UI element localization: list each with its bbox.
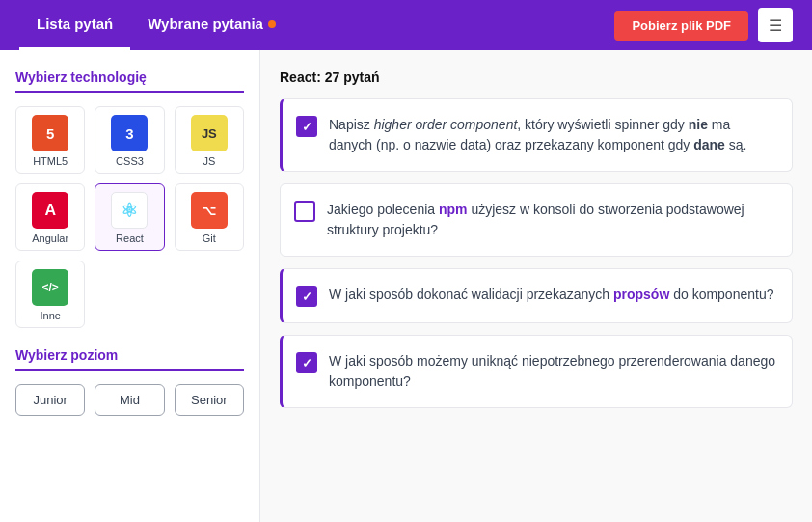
level-btn-mid[interactable]: Mid: [95, 384, 164, 416]
menu-icon: ☰: [769, 16, 782, 35]
tech-icon-box-js: JS: [191, 115, 228, 151]
sidebar: Wybierz technologię 5 HTML5 3 CSS3 JS JS…: [0, 50, 260, 522]
angular-icon: A: [44, 202, 56, 219]
question-text-2: Jakiego polecenia npm użyjesz w konsoli …: [327, 200, 776, 240]
checkbox-4[interactable]: [296, 352, 317, 373]
inne-icon: </>: [41, 281, 58, 294]
tech-label-react: React: [116, 233, 144, 244]
tech-card-angular[interactable]: A Angular: [15, 183, 85, 251]
level-grid: JuniorMidSenior: [15, 384, 244, 416]
tab-wybrane-pytania[interactable]: Wybrane pytania: [130, 0, 293, 50]
tab-dot-indicator: [268, 20, 276, 28]
checkbox-wrap-1: [296, 116, 317, 137]
tech-card-html5[interactable]: 5 HTML5: [15, 106, 85, 174]
tech-icon-box-inne: </>: [32, 269, 68, 306]
tech-icon-box-react: ⚛: [111, 192, 148, 229]
checkbox-3[interactable]: [296, 286, 317, 307]
question-card-1: Napisz higher order component, który wyś…: [280, 98, 793, 172]
css3-icon: 3: [125, 125, 133, 142]
top-navigation: Lista pytań Wybrane pytania Pobierz plik…: [0, 0, 812, 50]
questions-content: React: 27 pytań Napisz higher order comp…: [260, 50, 812, 522]
pdf-download-button[interactable]: Pobierz plik PDF: [614, 11, 748, 41]
checkbox-wrap-4: [296, 352, 317, 373]
tech-icon-box-css3: 3: [111, 115, 148, 151]
tech-section-title: Wybierz technologię: [15, 69, 244, 93]
question-card-3: W jaki sposób dokonać walidacji przekaza…: [280, 268, 793, 323]
level-btn-senior[interactable]: Senior: [175, 384, 244, 416]
react-count-header: React: 27 pytań: [280, 69, 793, 85]
tech-card-js[interactable]: JS JS: [175, 106, 244, 174]
level-section-title: Wybierz poziom: [15, 347, 244, 371]
tech-card-react[interactable]: ⚛ React: [95, 183, 164, 251]
tab-lista-label: Lista pytań: [37, 15, 113, 32]
tech-label-git: Git: [203, 233, 216, 244]
questions-list: Napisz higher order component, który wyś…: [280, 98, 793, 408]
react-tech-label: React:: [280, 69, 321, 85]
tech-label-js: JS: [203, 155, 215, 167]
tech-icon-box-html5: 5: [32, 115, 68, 151]
main-layout: Wybierz technologię 5 HTML5 3 CSS3 JS JS…: [0, 50, 812, 522]
tab-lista-pytan[interactable]: Lista pytań: [19, 0, 130, 50]
git-icon: ⌥: [202, 204, 216, 218]
tech-card-css3[interactable]: 3 CSS3: [95, 106, 164, 174]
tech-label-angular: Angular: [32, 233, 68, 244]
tech-card-git[interactable]: ⌥ Git: [175, 183, 244, 251]
checkbox-wrap-3: [296, 286, 317, 307]
react-count-value: 27 pytań: [325, 69, 380, 85]
checkbox-1[interactable]: [296, 116, 317, 137]
checkbox-wrap-2: [294, 201, 315, 222]
tech-label-inne: Inne: [40, 310, 60, 321]
menu-icon-button[interactable]: ☰: [758, 8, 793, 42]
level-btn-junior[interactable]: Junior: [15, 384, 85, 416]
question-card-4: W jaki sposób możemy uniknąć niepotrzebn…: [280, 335, 793, 408]
technology-grid: 5 HTML5 3 CSS3 JS JS A Angular ⚛ React ⌥…: [15, 106, 244, 328]
react-icon: ⚛: [121, 199, 138, 222]
tech-card-inne[interactable]: </> Inne: [15, 261, 85, 328]
tech-label-css3: CSS3: [116, 155, 144, 167]
question-card-2: Jakiego polecenia npm użyjesz w konsoli …: [280, 183, 793, 257]
question-text-1: Napisz higher order component, który wyś…: [329, 115, 776, 155]
tab-wybrane-label: Wybrane pytania: [148, 15, 263, 32]
html5-icon: 5: [46, 125, 54, 142]
tech-label-html5: HTML5: [33, 155, 68, 167]
question-text-4: W jaki sposób możemy uniknąć niepotrzebn…: [329, 351, 776, 392]
checkbox-2[interactable]: [294, 201, 315, 222]
tech-icon-box-angular: A: [32, 192, 68, 229]
question-text-3: W jaki sposób dokonać walidacji przekaza…: [329, 285, 773, 305]
js-icon: JS: [202, 126, 217, 141]
tech-icon-box-git: ⌥: [191, 192, 228, 229]
